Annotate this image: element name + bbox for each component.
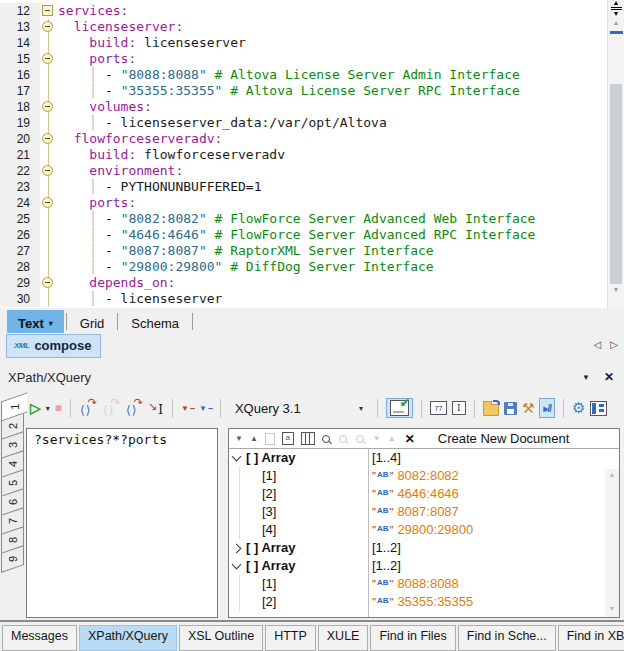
code-line[interactable]: 28 │ - "29800:29800" # DiffDog Server In…: [0, 259, 607, 275]
evaluate-on-change-button[interactable]: ↷⟨⟩: [102, 399, 120, 417]
code-line[interactable]: 30 │ - licenseserver: [0, 291, 607, 307]
result-row[interactable]: [2]"AB"35355:35355: [229, 593, 619, 611]
tab-text[interactable]: Text▾: [7, 310, 64, 333]
project-tools-icon[interactable]: ⚒: [522, 400, 535, 416]
code-line[interactable]: 17 │ - "35355:35355" # Altova License Se…: [0, 83, 607, 99]
scroll-down-icon[interactable]: ▼: [608, 284, 624, 296]
code-line[interactable]: 24 ports:: [0, 195, 607, 211]
validate-results-toggle[interactable]: ✔: [386, 398, 413, 418]
evaluate-on-edit-button[interactable]: ↷⟨⟩: [79, 399, 97, 417]
scrollbar-track[interactable]: ▼: [608, 36, 624, 296]
collapse-expander-icon[interactable]: [232, 452, 242, 462]
goto-next-icon[interactable]: ▼: [373, 434, 381, 443]
text-tab-dropdown-icon[interactable]: ▾: [49, 319, 53, 328]
evaluate-manual-button[interactable]: ↷⟨⟩: [125, 399, 143, 417]
code-line[interactable]: 19 │ - licenseserver_data:/var/opt/Altov…: [0, 115, 607, 131]
code-line[interactable]: 22 environment:: [0, 163, 607, 179]
output-tab-messages[interactable]: Messages: [2, 625, 77, 651]
collapse-all-icon[interactable]: ▲: [250, 434, 258, 443]
results-scrollbar[interactable]: ▲ ▼: [605, 469, 619, 617]
query-language-select[interactable]: XQuery 3.1 ▾: [229, 399, 369, 418]
scroll-up-icon[interactable]: ▲: [608, 17, 624, 29]
panel-menu-icon[interactable]: ▼: [582, 373, 590, 382]
code-line[interactable]: 29 depends_on:: [0, 275, 607, 291]
fold-collapse-icon[interactable]: [42, 277, 53, 288]
clear-results-icon[interactable]: ✕: [405, 432, 415, 446]
result-row[interactable]: [2]"AB"4646:4646: [229, 485, 619, 503]
split-window-handle-icon[interactable]: ▲ ▼: [608, 0, 624, 17]
result-row[interactable]: [ ] Array[1..2]: [229, 557, 619, 575]
evaluate-at-cursor-button[interactable]: ↘I: [148, 400, 164, 417]
run-dropdown-icon[interactable]: ▾: [46, 404, 50, 413]
code-line[interactable]: 14 build: licenseserver: [0, 35, 607, 51]
code-line[interactable]: 21 build: flowforceserveradv: [0, 147, 607, 163]
open-expression-icon[interactable]: [483, 404, 499, 416]
search-prev-icon[interactable]: [356, 435, 364, 443]
output-tab-find-in-files[interactable]: Find in Files: [370, 625, 455, 651]
fold-collapse-icon[interactable]: [42, 197, 53, 208]
saved-expressions-icon[interactable]: ▼--: [199, 403, 212, 413]
fold-collapse-icon[interactable]: [42, 133, 53, 144]
output-tab-xpath-xquery[interactable]: XPath/XQuery: [79, 625, 177, 651]
code-line[interactable]: 20 flowforceserveradv:: [0, 131, 607, 147]
tab-schema[interactable]: Schema: [120, 310, 190, 333]
result-row[interactable]: [ ] Array[1..4]: [229, 449, 619, 467]
save-expression-icon[interactable]: [504, 402, 517, 415]
results-scroll-up-icon[interactable]: ▲: [605, 469, 619, 481]
output-tab-find-in-sche[interactable]: Find in Sche...: [458, 625, 556, 651]
copy-all-icon[interactable]: a: [282, 432, 294, 445]
fold-collapse-icon[interactable]: [42, 101, 53, 112]
results-scroll-down-icon[interactable]: ▼: [605, 603, 619, 615]
previous-expressions-icon[interactable]: ▼--: [181, 403, 194, 413]
output-tab-http[interactable]: HTTP: [265, 625, 316, 651]
scrollbar-thumb[interactable]: [610, 84, 622, 284]
column-divider[interactable]: [368, 449, 369, 617]
result-row[interactable]: [4]"AB"29800:29800: [229, 521, 619, 539]
output-tab-find-in-xbrl[interactable]: Find in XBRL: [558, 625, 624, 651]
editor-scrollbar[interactable]: ▲ ▼ ▲ ▼: [607, 0, 624, 308]
code-line[interactable]: 27 │ - "8087:8087" # RaptorXML Server In…: [0, 243, 607, 259]
result-row[interactable]: [1]"AB"8082:8082: [229, 467, 619, 485]
fold-collapse-icon[interactable]: [42, 21, 53, 32]
tab-grid[interactable]: Grid: [69, 310, 116, 333]
expand-expander-icon[interactable]: [232, 543, 242, 553]
settings-gear-icon[interactable]: ⚙: [572, 399, 585, 417]
code-line[interactable]: 18 volumes:: [0, 99, 607, 115]
copy-icon[interactable]: [265, 433, 275, 445]
code-line[interactable]: 12services:: [0, 3, 607, 19]
fold-collapse-icon[interactable]: [42, 5, 53, 16]
expand-all-icon[interactable]: ▼: [235, 434, 243, 443]
panel-close-icon[interactable]: ✕: [604, 370, 614, 384]
code-line[interactable]: 13 licenseserver:: [0, 19, 607, 35]
layout-icon[interactable]: [590, 401, 607, 416]
doc-tabs-next-icon[interactable]: ▷: [610, 339, 618, 350]
result-row[interactable]: [ ] Array[1..2]: [229, 539, 619, 557]
result-row[interactable]: [3]"AB"8087:8087: [229, 503, 619, 521]
code-line[interactable]: 16 │ - "8088:8088" # Altova License Serv…: [0, 67, 607, 83]
document-tab-compose[interactable]: XML compose: [6, 334, 101, 358]
output-tab-xule[interactable]: XULE: [318, 625, 369, 651]
xquery-expression-input[interactable]: ?services?*?ports: [27, 429, 217, 447]
search-next-icon[interactable]: [339, 435, 347, 443]
code-line[interactable]: 15 ports:: [0, 51, 607, 67]
collapse-expander-icon[interactable]: [232, 560, 242, 570]
result-window-button[interactable]: 77: [430, 401, 447, 415]
code-line[interactable]: 26 │ - "4646:4646" # FlowForce Server Ad…: [0, 227, 607, 243]
fold-collapse-icon[interactable]: [42, 165, 53, 176]
execution-options-toggle[interactable]: ▸//: [539, 398, 555, 418]
goto-prev-icon[interactable]: ▲: [388, 434, 396, 443]
result-text-view-button[interactable]: I: [452, 401, 466, 415]
code-line[interactable]: 23 │ - PYTHONUNBUFFERED=1: [0, 179, 607, 195]
search-icon[interactable]: [322, 435, 330, 443]
output-tab-xsl-outline[interactable]: XSL Outline: [179, 625, 263, 651]
columns-icon[interactable]: [301, 432, 315, 445]
result-row[interactable]: [1]"AB"8088:8088: [229, 575, 619, 593]
fold-collapse-icon[interactable]: [42, 53, 53, 64]
code-editor[interactable]: 12services:13 licenseserver:14 build: li…: [0, 0, 607, 308]
run-query-button[interactable]: ▷: [30, 400, 41, 416]
create-new-document-button[interactable]: Create New Document: [438, 431, 570, 446]
query-editor-pane[interactable]: ?services?*?ports: [26, 428, 218, 618]
code-line[interactable]: 25 │ - "8082:8082" # FlowForce Server Ad…: [0, 211, 607, 227]
doc-tabs-prev-icon[interactable]: ◁: [594, 339, 602, 350]
stop-button[interactable]: ■: [55, 401, 62, 415]
